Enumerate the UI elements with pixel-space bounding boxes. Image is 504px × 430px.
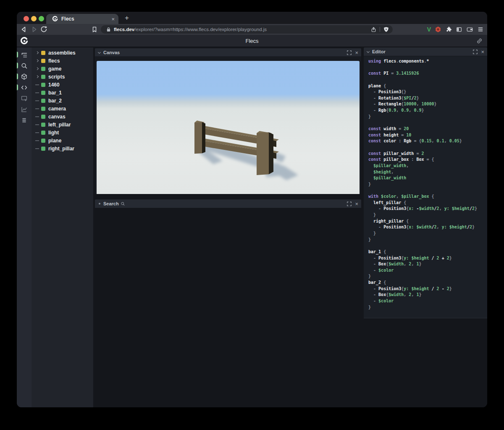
rail-code-button[interactable] <box>17 82 32 93</box>
rail-tree-view-button[interactable] <box>17 49 32 60</box>
tree-view-icon <box>21 51 28 58</box>
tree-item-camera[interactable]: camera <box>32 105 93 113</box>
fullscreen-icon[interactable] <box>473 50 478 54</box>
rail-search-button[interactable] <box>17 60 32 71</box>
code-line <box>368 187 487 194</box>
tree-item-game[interactable]: game <box>32 65 93 73</box>
leaf-dash-icon <box>35 132 39 133</box>
code-line: const height = 10 <box>368 132 487 139</box>
code-line: $pillar_width <box>368 175 487 181</box>
extension-hexagon-icon[interactable] <box>435 26 441 33</box>
code-line <box>368 120 487 126</box>
code-line: right_pillar { <box>368 218 487 225</box>
leaf-dash-icon <box>35 100 39 101</box>
icon-rail <box>17 47 32 407</box>
search-panel-header: Search × <box>95 199 361 208</box>
close-icon[interactable]: × <box>355 201 358 207</box>
brave-shield-icon[interactable] <box>383 26 389 33</box>
editor-panel-header: Editor × <box>364 47 487 56</box>
panel-collapsed-dot-icon[interactable] <box>99 203 100 205</box>
new-tab-button[interactable]: + <box>122 13 132 23</box>
screen-cursor-icon <box>21 95 28 102</box>
rail-stats-button[interactable] <box>17 104 32 115</box>
rail-queries-button[interactable] <box>17 115 32 126</box>
extensions-row: V <box>427 24 485 35</box>
url-domain: flecs.dev <box>114 27 134 32</box>
chevron-down-icon[interactable] <box>98 50 101 53</box>
leaf-dash-icon <box>35 92 39 93</box>
window-close-button[interactable] <box>24 16 29 21</box>
entity-label: right_pillar <box>48 146 74 152</box>
entity-kind-square <box>41 99 45 103</box>
tab-strip: Flecs × + <box>17 12 487 24</box>
close-icon[interactable]: × <box>481 49 484 55</box>
tab-close-icon[interactable]: × <box>111 16 115 22</box>
tree-item-right_pillar[interactable]: right_pillar <box>32 144 93 152</box>
code-line: - Position3{} <box>368 89 487 95</box>
tree-item-assemblies[interactable]: assemblies <box>32 49 93 57</box>
leaf-dash-icon <box>35 140 39 141</box>
code-line: - Box{$width, 2, 1} <box>368 261 487 267</box>
expand-chevron-icon[interactable] <box>36 67 39 70</box>
link-icon[interactable] <box>476 38 483 44</box>
rail-entities-button[interactable] <box>17 71 32 82</box>
scene-3d-viewport[interactable] <box>97 61 360 194</box>
tree-item-1460[interactable]: 1460 <box>32 81 93 89</box>
rail-canvas-button[interactable] <box>17 93 32 104</box>
wallet-icon[interactable] <box>466 26 473 33</box>
entity-kind-square <box>41 107 45 111</box>
entity-kind-square <box>41 123 45 127</box>
entity-label: light <box>48 130 59 136</box>
fullscreen-icon[interactable] <box>347 50 352 55</box>
expand-chevron-icon[interactable] <box>36 59 39 62</box>
code-line: - $color <box>368 267 487 274</box>
expand-chevron-icon[interactable] <box>36 51 39 54</box>
code-area[interactable]: using flecs.components.* const PI = 3.14… <box>364 56 487 310</box>
browser-window: Flecs × + flecs.dev/explorer/?wasm=https… <box>17 12 487 407</box>
tree-item-scripts[interactable]: scripts <box>32 73 93 81</box>
entity-label: game <box>48 66 61 72</box>
back-button[interactable] <box>20 26 28 33</box>
code-line: - Position3{x: $width/2, y: $height/2} <box>368 224 487 231</box>
code-line: bar_1 { <box>368 249 487 255</box>
editor-panel-title: Editor <box>372 49 473 54</box>
window-zoom-button[interactable] <box>39 16 44 21</box>
entity-label: bar_1 <box>48 90 62 96</box>
code-line: - Box{$width, 2, 1} <box>368 292 487 298</box>
code-line: $height, <box>368 169 487 176</box>
leaf-dash-icon <box>35 108 39 109</box>
tree-item-flecs[interactable]: flecs <box>32 57 93 65</box>
code-line <box>368 144 487 151</box>
code-line: - $color <box>368 298 487 304</box>
tree-item-bar_1[interactable]: bar_1 <box>32 89 93 97</box>
tree-item-plane[interactable]: plane <box>32 136 93 144</box>
tree-item-bar_2[interactable]: bar_2 <box>32 97 93 105</box>
sidebar-toggle-icon[interactable] <box>456 26 462 33</box>
browser-tab[interactable]: Flecs × <box>46 14 118 24</box>
close-icon[interactable]: × <box>355 50 358 55</box>
canvas-panel-header: Canvas × <box>95 48 361 57</box>
extension-v-icon[interactable]: V <box>427 26 431 33</box>
entity-kind-square <box>41 83 45 87</box>
tree-item-light[interactable]: light <box>32 128 93 136</box>
extensions-puzzle-icon[interactable] <box>445 26 452 33</box>
search-icon <box>21 62 28 69</box>
browser-toolbar: flecs.dev/explorer/?wasm=https://www.fle… <box>17 24 487 35</box>
fullscreen-icon[interactable] <box>347 202 352 206</box>
address-bar[interactable]: flecs.dev/explorer/?wasm=https://www.fle… <box>101 25 393 34</box>
window-minimize-button[interactable] <box>31 16 37 21</box>
bookmark-icon[interactable] <box>91 26 98 33</box>
code-line <box>368 65 487 71</box>
lock-icon <box>106 27 111 32</box>
code-line: - Position3{x: -$width/2, y: $height/2} <box>368 206 487 212</box>
tree-item-left_pillar[interactable]: left_pillar <box>32 121 93 128</box>
menu-hamburger-icon[interactable] <box>477 26 484 33</box>
share-icon[interactable] <box>370 26 377 33</box>
entity-label: canvas <box>48 114 66 120</box>
reload-button[interactable] <box>40 26 47 33</box>
chevron-down-icon[interactable] <box>367 50 370 52</box>
tree-item-canvas[interactable]: canvas <box>32 113 93 121</box>
entity-label: assemblies <box>48 50 76 56</box>
expand-chevron-icon[interactable] <box>36 75 39 78</box>
forward-button[interactable] <box>30 26 38 33</box>
